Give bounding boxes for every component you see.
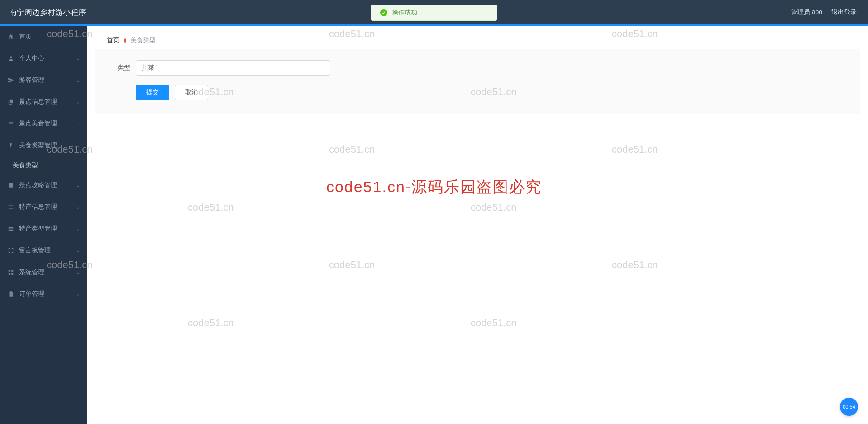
copy-icon — [7, 98, 14, 106]
header-right: 管理员 abo 退出登录 — [791, 8, 857, 16]
sidebar-item-scenic-food[interactable]: 景点美食管理 ⌄ — [0, 113, 87, 135]
chevron-up-icon: ⌃ — [76, 143, 80, 148]
sidebar-item-home[interactable]: 首页 — [0, 26, 87, 48]
sidebar-item-specialty-type[interactable]: 特产类型管理 ⌄ — [0, 218, 87, 240]
form-panel: 类型 提交 取消 — [95, 49, 860, 114]
chevron-down-icon: ⌄ — [76, 78, 80, 83]
sidebar-item-label: 个人中心 — [19, 54, 44, 63]
container: 首页 个人中心 ⌄ 游客管理 ⌄ 景点信息管理 ⌄ 景点美食管理 ⌄ 美 — [0, 26, 868, 424]
breadcrumb-separator-icon: ⟫ — [123, 37, 127, 44]
svg-point-0 — [10, 56, 12, 58]
book-icon — [7, 182, 14, 189]
breadcrumb: 首页 ⟫ 美食类型 — [95, 31, 860, 49]
chevron-down-icon: ⌄ — [76, 292, 80, 297]
logout-link[interactable]: 退出登录 — [831, 8, 857, 16]
sidebar-item-tourist[interactable]: 游客管理 ⌄ — [0, 69, 87, 91]
sidebar-item-label: 景点信息管理 — [19, 98, 57, 106]
user-icon — [7, 55, 14, 62]
cancel-button[interactable]: 取消 — [175, 85, 208, 100]
sidebar-item-messageboard[interactable]: 留言板管理 ⌄ — [0, 240, 87, 261]
sidebar-item-system[interactable]: 系统管理 ⌄ — [0, 261, 87, 283]
sidebar-subitem-food-type[interactable]: 美食类型 — [0, 156, 87, 174]
svg-rect-1 — [10, 100, 13, 103]
breadcrumb-current: 美食类型 — [130, 36, 156, 44]
chevron-down-icon: ⌄ — [76, 121, 80, 126]
chevron-down-icon: ⌄ — [76, 226, 80, 231]
menu-icon — [7, 203, 14, 211]
sidebar-item-label: 特产信息管理 — [19, 203, 57, 211]
chevron-down-icon: ⌄ — [76, 270, 80, 275]
svg-rect-5 — [9, 273, 10, 275]
breadcrumb-home[interactable]: 首页 — [107, 36, 119, 44]
send-icon — [7, 77, 14, 84]
sidebar-item-food-type[interactable]: 美食类型管理 ⌃ — [0, 135, 87, 156]
app-title: 南宁周边乡村游小程序 — [9, 7, 86, 18]
layers-icon — [7, 225, 14, 232]
check-icon: ✓ — [380, 9, 387, 16]
svg-rect-4 — [11, 270, 13, 272]
sidebar-item-label: 首页 — [19, 33, 32, 41]
form-label-type: 类型 — [109, 64, 130, 72]
list-icon — [7, 120, 14, 127]
sidebar-item-strategy[interactable]: 景点攻略管理 ⌄ — [0, 174, 87, 196]
file-icon — [7, 290, 14, 298]
chevron-down-icon: ⌄ — [76, 248, 80, 253]
sidebar-item-specialty-info[interactable]: 特产信息管理 ⌄ — [0, 196, 87, 218]
svg-rect-6 — [11, 273, 13, 275]
sidebar-item-label: 留言板管理 — [19, 246, 51, 255]
sidebar-item-label: 特产类型管理 — [19, 225, 57, 233]
grid-icon — [7, 269, 14, 276]
sidebar-item-orders[interactable]: 订单管理 ⌄ — [0, 283, 87, 305]
chevron-down-icon: ⌄ — [76, 205, 80, 210]
sidebar: 首页 个人中心 ⌄ 游客管理 ⌄ 景点信息管理 ⌄ 景点美食管理 ⌄ 美 — [0, 26, 87, 424]
admin-label[interactable]: 管理员 abo — [791, 8, 822, 16]
sidebar-item-label: 系统管理 — [19, 268, 44, 276]
svg-rect-3 — [9, 270, 10, 272]
chevron-down-icon: ⌄ — [76, 100, 80, 105]
expand-icon — [7, 247, 14, 254]
type-input[interactable] — [136, 60, 330, 76]
home-icon — [7, 33, 14, 40]
sidebar-item-label: 景点攻略管理 — [19, 181, 57, 189]
sidebar-item-label: 订单管理 — [19, 290, 44, 298]
sidebar-item-profile[interactable]: 个人中心 ⌄ — [0, 48, 87, 69]
chevron-down-icon: ⌄ — [76, 56, 80, 61]
tag-icon — [7, 142, 14, 149]
sidebar-item-label: 美食类型管理 — [19, 141, 57, 149]
sidebar-item-label: 景点美食管理 — [19, 120, 57, 128]
toast-text: 操作成功 — [392, 9, 417, 17]
submit-button[interactable]: 提交 — [136, 85, 169, 100]
form-row-type: 类型 — [109, 60, 846, 76]
form-actions: 提交 取消 — [136, 85, 846, 100]
chevron-down-icon: ⌄ — [76, 183, 80, 188]
sidebar-item-label: 游客管理 — [19, 76, 44, 84]
timer-badge: 00:54 — [840, 398, 858, 416]
main-content: 首页 ⟫ 美食类型 类型 提交 取消 — [87, 26, 868, 424]
sidebar-item-scenic-info[interactable]: 景点信息管理 ⌄ — [0, 91, 87, 113]
toast-success: ✓ 操作成功 — [371, 5, 497, 21]
sidebar-subitem-label: 美食类型 — [13, 161, 38, 169]
